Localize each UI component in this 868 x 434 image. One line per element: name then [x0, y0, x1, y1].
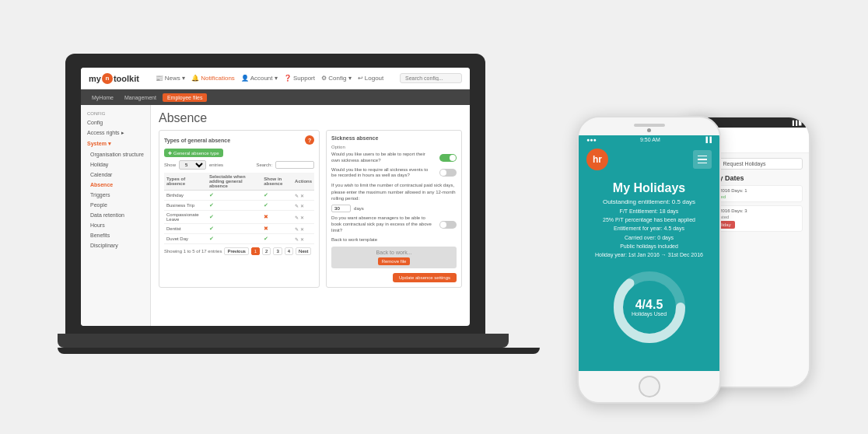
days-limit-input[interactable]: [331, 205, 351, 212]
account-link[interactable]: 👤 Account ▾: [241, 75, 278, 82]
sidebar-item-config[interactable]: Config: [81, 117, 150, 128]
front-phone-speaker: [634, 124, 665, 127]
page-title: Absence: [159, 111, 462, 125]
table-row: Business Trip ✔ ✔ ✎ ✕: [164, 201, 314, 211]
sickness-option-1: Would you like users to be able to repor…: [331, 152, 457, 164]
absence-grid: Types of general absence ? ✚ General abs…: [159, 130, 462, 288]
toggle-sickness-2[interactable]: [439, 169, 457, 177]
col-selectable: Selectable when adding general absence: [207, 173, 261, 191]
back-to-work-template: Back to work... Remove file: [331, 247, 457, 268]
sidebar-item-people[interactable]: People: [81, 200, 150, 210]
app-sidebar: Config Config Access rights ▸ System ▾ O…: [81, 105, 151, 326]
sidebar-item-hours[interactable]: Hours: [81, 220, 150, 230]
absence-type-button[interactable]: ✚ General absence type: [164, 149, 223, 157]
sidebar-item-disciplinary[interactable]: Disciplinary: [81, 240, 150, 250]
donut-chart: 4/4.5 Holidays Used: [611, 268, 688, 346]
sidebar-item-org-structure[interactable]: Organisation structure: [81, 149, 150, 159]
holidays-body: My Holidays Outstanding entitlement: 0.5…: [579, 175, 719, 371]
toggle-sickness-1[interactable]: [439, 154, 457, 162]
delete-icon[interactable]: ✕: [300, 215, 304, 220]
navbar-item-management[interactable]: Management: [120, 93, 161, 102]
sidebar-item-calendar[interactable]: Calendar: [81, 170, 150, 180]
search-input[interactable]: [400, 73, 462, 83]
phone-front: ●●● 9:50 AM ▐▐ hr My Holidays Outstandin…: [577, 116, 721, 404]
sickness-panel-header: Sickness absence: [331, 135, 457, 141]
navbar-item-employee-files[interactable]: Employee files: [163, 93, 208, 102]
showing-text: Showing 1 to 5 of 17 entries: [164, 249, 222, 254]
remove-file-btn[interactable]: Remove file: [378, 257, 411, 265]
page-2-btn[interactable]: 2: [262, 247, 271, 255]
page-3-btn[interactable]: 3: [273, 247, 282, 255]
edit-icon[interactable]: ✎: [295, 194, 299, 198]
table-row: Duvet Day ✔ ✔ ✎ ✕: [164, 234, 314, 244]
search-container: [400, 73, 462, 83]
logout-link[interactable]: ↩ Logout: [358, 75, 384, 82]
delete-icon[interactable]: ✕: [300, 227, 304, 232]
sickness-panel: Sickness absence Option Would you like u…: [326, 130, 462, 288]
app-logo: my n toolkit: [89, 73, 139, 84]
sidebar-item-absence[interactable]: Absence: [81, 180, 150, 190]
absence-search-input[interactable]: [275, 161, 314, 169]
edit-icon[interactable]: ✎: [295, 204, 299, 208]
support-link[interactable]: ❓ Support: [284, 75, 315, 82]
front-phone-menu-icon[interactable]: [693, 150, 712, 169]
donut-text: 4/4.5 Holidays Used: [632, 299, 667, 317]
hamburger-menu-icon[interactable]: [786, 131, 804, 149]
sidebar-item-system[interactable]: System ▾: [81, 138, 150, 149]
col-show: Show in absence: [261, 173, 292, 191]
days-input-row: days: [331, 205, 457, 212]
edit-icon[interactable]: ✎: [295, 215, 299, 220]
delete-icon[interactable]: ✕: [300, 237, 304, 242]
sickness-option-manager: Do you want absence managers to be able …: [331, 215, 457, 233]
option-label: Option: [331, 145, 457, 149]
save-settings-btn[interactable]: Update absence settings: [393, 273, 457, 282]
phones-container: 9:50 AM ▐▐ ▊ Request Holidays My Holiday…: [562, 30, 810, 404]
toggle-manager[interactable]: [439, 221, 457, 229]
page-4-btn[interactable]: 4: [285, 247, 293, 255]
notifications-link[interactable]: 🔔 Notifications: [191, 75, 235, 82]
delete-icon[interactable]: ✕: [300, 194, 304, 198]
table-row: Birthday ✔ ✔ ✎ ✕: [164, 191, 314, 201]
front-phone-home-btn[interactable]: [639, 376, 660, 397]
holidays-details: F/T Entitlement: 18 days 25% P/T percent…: [595, 207, 703, 259]
laptop-body: my n toolkit 📰 News ▾ 🔔 Notifications 👤 …: [65, 54, 485, 334]
table-row: Compassionate Leave ✔ ✖ ✎ ✕: [164, 211, 314, 224]
navbar-item-myhome[interactable]: MyHome: [87, 93, 118, 102]
info-icon: ?: [305, 135, 314, 145]
app-main: Absence Types of general absence ? ✚ Gen…: [151, 105, 470, 326]
sidebar-config-section: Config: [81, 110, 150, 117]
news-link[interactable]: 📰 News ▾: [156, 75, 185, 82]
sidebar-item-holiday[interactable]: Holiday: [81, 159, 150, 170]
donut-number: 4/4.5: [632, 299, 667, 311]
prev-btn[interactable]: Previous: [224, 247, 248, 255]
sidebar-item-triggers[interactable]: Triggers: [81, 190, 150, 200]
edit-icon[interactable]: ✎: [295, 237, 299, 242]
delete-icon[interactable]: ✕: [300, 204, 304, 208]
table-row: Dentist ✔ ✖ ✎ ✕: [164, 224, 314, 234]
edit-icon[interactable]: ✎: [295, 227, 299, 232]
holidays-subtitle: Outstanding entitlement: 0.5 days: [603, 198, 695, 205]
laptop-screen: my n toolkit 📰 News ▾ 🔔 Notifications 👤 …: [81, 68, 470, 326]
back-to-work-label: Back to work template: [331, 237, 457, 242]
pagination: Showing 1 to 5 of 17 entries Previous 1 …: [164, 247, 314, 255]
hr-logo: hr: [586, 149, 608, 170]
logo-n: n: [102, 73, 113, 84]
col-actions: Actions: [292, 173, 314, 191]
app-content: Config Config Access rights ▸ System ▾ O…: [81, 105, 470, 326]
sidebar-item-benefits[interactable]: Benefits: [81, 230, 150, 240]
entries-select[interactable]: 510: [179, 160, 206, 170]
app-nav-icons: 📰 News ▾ 🔔 Notifications 👤 Account ▾ ❓ S…: [156, 75, 384, 82]
app-topbar: my n toolkit 📰 News ▾ 🔔 Notifications 👤 …: [81, 68, 470, 89]
absence-table: Types of absence Selectable when adding …: [164, 173, 314, 244]
holidays-title: My Holidays: [613, 181, 685, 195]
next-btn[interactable]: Next: [296, 247, 311, 255]
laptop: my n toolkit 📰 News ▾ 🔔 Notifications 👤 …: [58, 54, 493, 380]
config-link[interactable]: ⚙ Config ▾: [321, 75, 352, 82]
app-navbar: MyHome Management Employee files: [81, 89, 470, 105]
front-phone-status-bar: ●●● 9:50 AM ▐▐: [579, 135, 719, 144]
sidebar-item-data-retention[interactable]: Data retention: [81, 210, 150, 220]
sidebar-item-access-rights[interactable]: Access rights ▸: [81, 128, 150, 138]
filter-row: Show 510 entries Search:: [164, 160, 314, 170]
page-1-btn[interactable]: 1: [251, 247, 260, 255]
laptop-foot: [58, 348, 540, 354]
